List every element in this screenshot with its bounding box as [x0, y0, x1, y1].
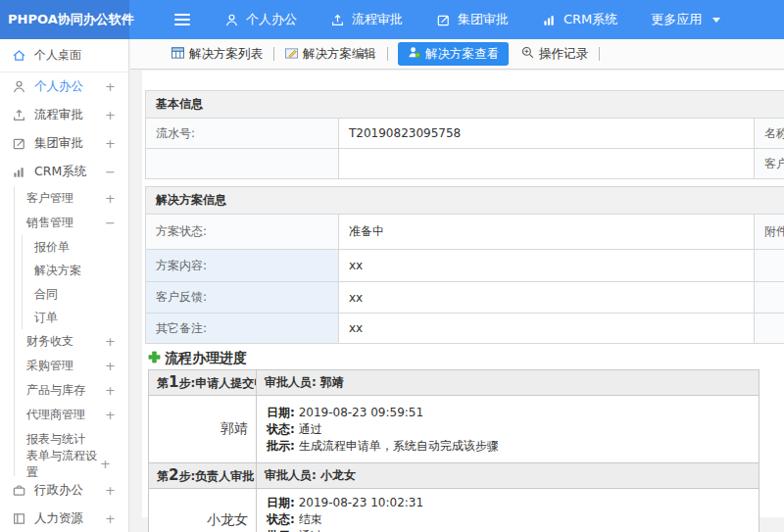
home-icon — [12, 48, 26, 63]
date-label: 日期: — [267, 496, 295, 509]
expand-icon[interactable]: + — [105, 108, 116, 122]
table-row: 客户 — [146, 149, 784, 179]
sidebar-item-personal-office[interactable]: 个人办公 + — [0, 73, 128, 101]
process-step-detail: 小龙女 日期: 2019-08-23 10:02:31 状态: 结束 批示: 通… — [149, 489, 760, 532]
sidebar-item-label: 个人桌面 — [34, 47, 81, 64]
sidebar-item-label: 客户管理 — [26, 190, 74, 207]
date-label: 日期: — [267, 406, 295, 419]
sidebar-item-personal-desktop[interactable]: 个人桌面 — [0, 39, 128, 73]
expand-icon[interactable]: + — [105, 383, 116, 398]
sidebar-item-human-resources[interactable]: 人力资源 + — [0, 505, 128, 532]
section-title: 解决方案信息 — [146, 187, 784, 215]
field-value: 准备中 — [339, 215, 755, 250]
tab-separator — [599, 47, 600, 61]
field-label: 附件 — [755, 215, 784, 250]
bar-chart-icon — [12, 165, 26, 179]
nav-group-approval[interactable]: 集团审批 — [419, 0, 525, 39]
field-value: xx — [339, 282, 755, 314]
briefcase-icon — [12, 483, 26, 498]
process-step-header: 第2步:负责人审批 审批人员: 小龙女 — [149, 463, 760, 489]
tab-solution-list[interactable]: 解决方案列表 — [165, 42, 270, 66]
sidebar-item-products-inventory[interactable]: 产品与库存 + — [15, 378, 128, 403]
process-step-detail: 郭靖 日期: 2019-08-23 09:59:51 状态: 通过 批示: 生成… — [149, 396, 760, 463]
nav-personal-office[interactable]: 个人办公 — [208, 0, 314, 39]
step-detail-cell: 日期: 2019-08-23 09:59:51 状态: 通过 批示: 生成流程申… — [257, 396, 760, 463]
nav-label: 流程审批 — [352, 11, 403, 28]
app-header: PHPOA协同办公软件 个人办公 流程审批 集团审批 CRM系统 更多应用 — [0, 0, 784, 39]
workflow-icon — [330, 13, 345, 27]
expand-icon[interactable]: + — [100, 457, 111, 471]
approver-name: 小龙女 — [320, 468, 356, 482]
handler-name: 小龙女 — [149, 489, 257, 532]
nav-crm-system[interactable]: CRM系统 — [525, 0, 634, 39]
sidebar-item-agent-management[interactable]: 代理商管理 + — [15, 403, 128, 427]
approver-name: 郭靖 — [320, 375, 344, 389]
expand-icon[interactable]: + — [105, 191, 116, 206]
sidebar-item-order[interactable]: 订单 — [23, 306, 128, 329]
user-icon — [224, 13, 239, 27]
sidebar-item-procurement[interactable]: 采购管理 + — [15, 354, 128, 378]
sales-submenu: 报价单 解决方案 合同 订单 — [22, 235, 128, 329]
expand-icon[interactable]: + — [105, 359, 116, 373]
tab-operation-log[interactable]: 操作记录 — [514, 42, 595, 66]
sidebar-item-finance[interactable]: 财务收支 + — [15, 329, 128, 354]
sidebar-item-label: 产品与库存 — [26, 382, 85, 399]
magnifier-icon — [521, 46, 534, 62]
approver-label: 审批人员: — [265, 468, 317, 482]
table-row: 其它备注: xx — [146, 314, 784, 344]
field-label: 流水号: — [146, 119, 339, 149]
collapse-icon[interactable]: − — [105, 165, 116, 179]
sidebar-item-quotation[interactable]: 报价单 — [23, 235, 128, 259]
sidebar-item-group-approval[interactable]: 集团审批 + — [0, 129, 128, 158]
sidebar-item-label: 报表与统计 — [26, 431, 85, 448]
sidebar-item-contract[interactable]: 合同 — [23, 282, 128, 306]
top-nav: 个人办公 流程审批 集团审批 CRM系统 更多应用 — [129, 0, 737, 39]
section-title: 基本信息 — [146, 91, 784, 119]
nav-workflow-approval[interactable]: 流程审批 — [314, 0, 419, 39]
handler-name: 郭靖 — [149, 396, 257, 463]
process-step-header: 第1步:申请人提交申请 审批人员: 郭靖 — [149, 370, 760, 396]
sidebar-item-workflow-approval[interactable]: 流程审批 + — [0, 101, 128, 129]
crm-submenu: 客户管理 + 销售管理 − 报价单 解决方案 合同 订单 财务收支 + — [14, 186, 128, 476]
tab-solution-view[interactable]: 解决方案查看 — [398, 42, 509, 66]
sidebar-item-solution[interactable]: 解决方案 — [23, 259, 128, 282]
expand-icon[interactable]: + — [105, 483, 116, 498]
expand-icon[interactable]: + — [105, 136, 116, 151]
sidebar-item-label: 报价单 — [34, 239, 70, 256]
sidebar-item-label: 销售管理 — [26, 215, 74, 231]
expand-icon[interactable]: + — [105, 408, 116, 422]
user-icon — [12, 79, 26, 94]
nav-label: 更多应用 — [651, 11, 702, 28]
expand-icon[interactable]: + — [105, 79, 116, 94]
nav-more-apps[interactable]: 更多应用 — [634, 0, 737, 39]
sidebar-item-customer-management[interactable]: 客户管理 + — [15, 186, 128, 211]
status-value: 结束 — [299, 512, 322, 526]
sidebar-item-label: 人力资源 — [34, 510, 83, 527]
field-label — [755, 250, 784, 282]
sidebar-item-crm-system[interactable]: CRM系统 − — [0, 158, 128, 186]
sidebar-item-label: CRM系统 — [34, 164, 86, 180]
table-row: 流水号: T20190823095758 名称 — [146, 119, 784, 149]
status-label: 状态: — [267, 422, 295, 436]
sidebar-item-label: 解决方案 — [34, 263, 81, 279]
field-label: 其它备注: — [146, 314, 339, 344]
expand-icon[interactable]: + — [105, 511, 116, 526]
sidebar-item-form-workflow-settings[interactable]: 表单与流程设置 + — [15, 452, 128, 476]
expand-icon[interactable]: + — [105, 334, 116, 349]
sidebar-item-label: 个人办公 — [34, 78, 83, 95]
solution-info-table: 解决方案信息 方案状态: 准备中 附件 方案内容: xx 客户反馈: xx 其它… — [145, 186, 784, 344]
status-label: 状态: — [267, 512, 295, 526]
sidebar-item-sales-management[interactable]: 销售管理 − — [15, 211, 128, 235]
sidebar: 个人桌面 个人办公 + 流程审批 + 集团审批 + CRM系统 − 客户管理 +… — [0, 39, 129, 532]
collapse-icon[interactable]: − — [105, 216, 116, 230]
tab-solution-edit[interactable]: 解决方案编辑 — [278, 42, 383, 66]
app-logo[interactable]: PHPOA协同办公软件 — [0, 0, 129, 39]
nav-label: 集团审批 — [458, 11, 509, 28]
group-approval-icon — [12, 136, 26, 151]
tab-separator — [387, 47, 388, 61]
view-user-icon — [408, 46, 420, 62]
nav-label: CRM系统 — [564, 11, 617, 28]
step-name: 第1步:申请人提交申请 — [149, 370, 257, 396]
hamburger-icon[interactable] — [174, 14, 190, 25]
field-label — [755, 282, 784, 314]
